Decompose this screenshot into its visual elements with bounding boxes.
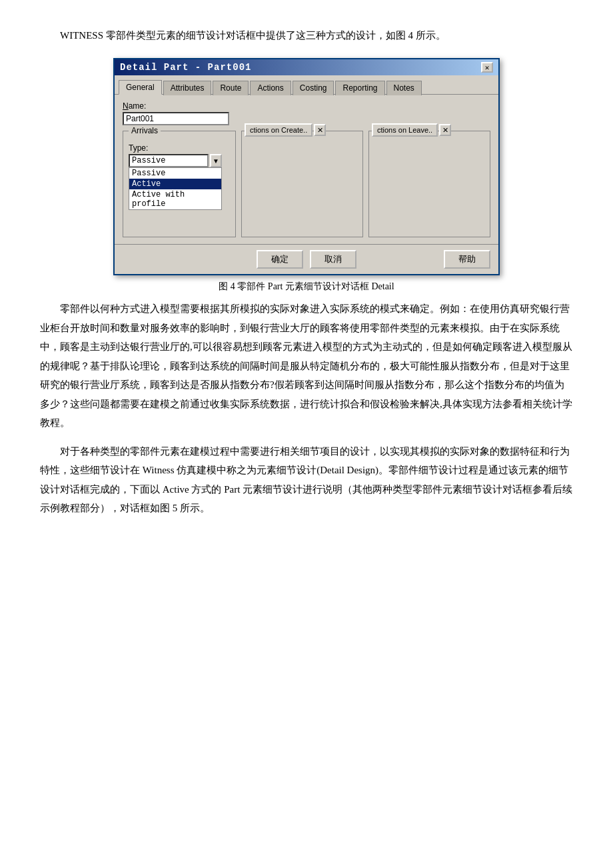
dialog-close-button[interactable]: ✕	[481, 62, 493, 73]
tab-attributes[interactable]: Attributes	[163, 81, 212, 95]
tab-notes[interactable]: Notes	[386, 81, 422, 95]
dialog-titlebar: Detail Part - Part001 ✕	[115, 59, 498, 75]
exit-model-panel: Exit From Model ctions on Leave.. ✕	[368, 131, 490, 237]
tab-costing[interactable]: Costing	[293, 81, 334, 95]
type-dropdown-display[interactable]: Passive	[129, 154, 209, 167]
dropdown-row: Passive ▼	[129, 154, 230, 167]
figure-container: Detail Part - Part001 ✕ General Attribut…	[40, 58, 573, 293]
dialog-body: Name: Arrivals Type: Passive ▼ Passive A…	[115, 94, 498, 244]
input-bottom-btn: ctions on Create.. ✕	[245, 123, 360, 137]
arrivals-legend: Arrivals	[129, 126, 161, 135]
tab-general[interactable]: General	[119, 80, 162, 95]
name-section: Name:	[123, 101, 490, 125]
tab-route[interactable]: Route	[213, 81, 249, 95]
name-input[interactable]	[123, 112, 229, 125]
panels-row: Arrivals Type: Passive ▼ Passive Active …	[123, 131, 490, 237]
footer-buttons: 确定 取消	[257, 250, 356, 269]
ok-button[interactable]: 确定	[257, 250, 303, 269]
tab-actions[interactable]: Actions	[250, 81, 291, 95]
option-active-profile[interactable]: Active with profile	[129, 189, 221, 209]
intro-paragraph: WITNESS 零部件类型元素的细节设计对话框中提供了这三种方式的设计，如图 4…	[40, 27, 573, 45]
dropdown-arrow[interactable]: ▼	[210, 154, 222, 167]
exit-bottom-btn: ctions on Leave.. ✕	[372, 123, 487, 137]
dialog-tabs: General Attributes Route Actions Costing…	[115, 75, 498, 94]
exit-x-button[interactable]: ✕	[439, 124, 451, 136]
dropdown-list: Passive Active Active with profile	[129, 167, 222, 210]
dialog-footer: 确定 取消 帮助	[115, 244, 498, 274]
type-label: Type:	[129, 143, 230, 153]
input-x-button[interactable]: ✕	[314, 124, 326, 136]
name-label: Name:	[123, 101, 490, 111]
paragraph3: 对于各种类型的零部件元素在建模过程中需要进行相关细节项目的设计，以实现其模拟的实…	[40, 442, 573, 518]
arrivals-panel: Arrivals Type: Passive ▼ Passive Active …	[123, 131, 236, 237]
option-active[interactable]: Active	[129, 179, 221, 189]
dialog-title: Detail Part - Part001	[120, 62, 251, 73]
figure-caption: 图 4 零部件 Part 元素细节设计对话框 Detail	[219, 281, 394, 293]
help-button[interactable]: 帮助	[444, 250, 490, 269]
dialog-box: Detail Part - Part001 ✕ General Attribut…	[113, 58, 500, 275]
option-passive[interactable]: Passive	[129, 168, 221, 179]
actions-on-create-button[interactable]: ctions on Create..	[245, 123, 312, 137]
cancel-button[interactable]: 取消	[310, 250, 356, 269]
input-model-panel: Input to Model ctions on Create.. ✕	[241, 131, 363, 237]
tab-reporting[interactable]: Reporting	[335, 81, 384, 95]
paragraph2: 零部件以何种方式进入模型需要根据其所模拟的实际对象进入实际系统的模式来确定。例如…	[40, 299, 573, 433]
actions-on-leave-button[interactable]: ctions on Leave..	[372, 123, 438, 137]
